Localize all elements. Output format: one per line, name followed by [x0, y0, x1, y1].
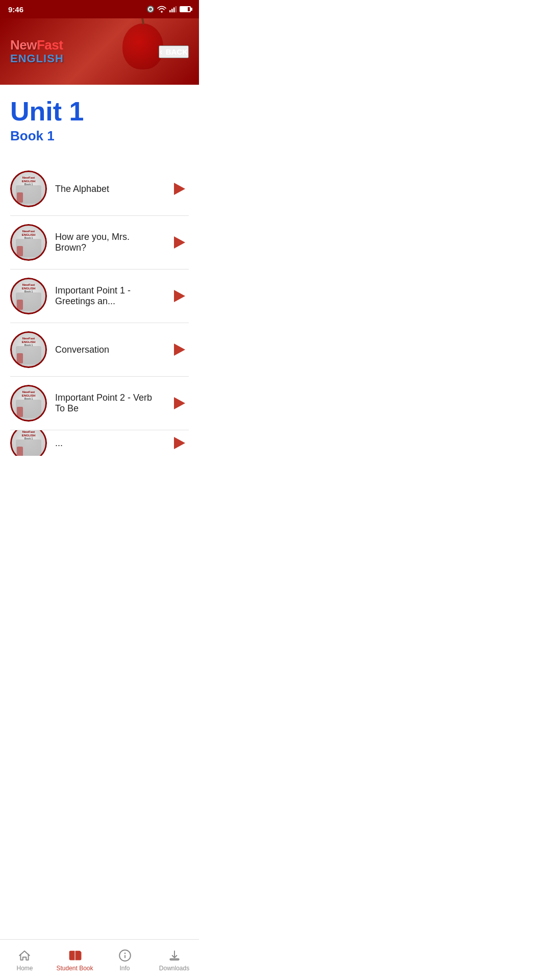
svg-rect-2	[173, 8, 175, 13]
play-button[interactable]	[170, 434, 189, 452]
main-content: Unit 1 Book 1 NewFastENGLISHBook 1 The A…	[0, 85, 199, 507]
status-icons	[147, 6, 191, 13]
list-item[interactable]: NewFastENGLISHBook 1 ...	[10, 430, 189, 456]
svg-rect-1	[171, 9, 173, 12]
battery-icon	[180, 6, 191, 12]
book-subtitle: Book 1	[10, 128, 189, 144]
lesson-name: Important Point 2 - Verb To Be	[55, 393, 152, 413]
logo-line1: NewFast	[10, 38, 64, 53]
play-button[interactable]	[170, 233, 189, 252]
lesson-name: Conversation	[55, 345, 109, 355]
back-chevron-icon: ‹	[160, 46, 163, 57]
app-logo: NewFast ENGLISH	[10, 38, 64, 66]
play-icon	[174, 397, 185, 409]
record-icon	[147, 6, 154, 13]
lesson-info: Conversation	[55, 345, 162, 355]
logo-line2: ENGLISH	[10, 52, 64, 65]
svg-rect-0	[169, 10, 171, 12]
list-item[interactable]: NewFastENGLISHBook 1 Important Point 2 -…	[10, 377, 189, 430]
lesson-info: How are you, Mrs. Brown?	[55, 232, 162, 253]
lesson-info: Important Point 1 - Greetings an...	[55, 285, 162, 307]
status-time: 9:46	[8, 5, 23, 14]
play-icon	[174, 437, 185, 449]
list-item[interactable]: NewFastENGLISHBook 1 The Alphabet	[10, 162, 189, 216]
svg-rect-3	[176, 6, 177, 12]
lesson-name: ...	[55, 438, 63, 448]
lesson-name: The Alphabet	[55, 184, 109, 194]
play-button[interactable]	[170, 394, 189, 412]
lesson-info: ...	[55, 438, 162, 449]
lesson-thumbnail: NewFastENGLISHBook 1	[10, 430, 47, 456]
status-bar: 9:46	[0, 0, 199, 18]
play-button[interactable]	[170, 287, 189, 305]
lesson-thumbnail: NewFastENGLISHBook 1	[10, 331, 47, 368]
lesson-name: Important Point 1 - Greetings an...	[55, 285, 131, 306]
list-item[interactable]: NewFastENGLISHBook 1 Important Point 1 -…	[10, 270, 189, 323]
play-icon	[174, 344, 185, 356]
lesson-info: The Alphabet	[55, 184, 162, 194]
lesson-thumbnail: NewFastENGLISHBook 1	[10, 170, 47, 207]
play-icon	[174, 290, 185, 302]
lesson-thumbnail: NewFastENGLISHBook 1	[10, 224, 47, 261]
back-button[interactable]: ‹ BACK	[159, 45, 189, 58]
list-item[interactable]: NewFastENGLISHBook 1 Conversation	[10, 323, 189, 377]
lesson-name: How are you, Mrs. Brown?	[55, 232, 130, 253]
app-header: NewFast ENGLISH ‹ BACK	[0, 18, 199, 85]
list-item[interactable]: NewFastENGLISHBook 1 How are you, Mrs. B…	[10, 216, 189, 270]
wifi-icon	[157, 6, 166, 13]
back-label: BACK	[166, 47, 188, 56]
lesson-thumbnail: NewFastENGLISHBook 1	[10, 278, 47, 314]
signal-icon	[169, 6, 177, 13]
play-icon	[174, 183, 185, 195]
lesson-list: NewFastENGLISHBook 1 The Alphabet NewFas…	[10, 162, 189, 456]
play-button[interactable]	[170, 340, 189, 359]
lesson-thumbnail: NewFastENGLISHBook 1	[10, 385, 47, 422]
lesson-info: Important Point 2 - Verb To Be	[55, 393, 162, 414]
play-icon	[174, 236, 185, 249]
play-button[interactable]	[170, 180, 189, 198]
unit-title: Unit 1	[10, 97, 189, 126]
